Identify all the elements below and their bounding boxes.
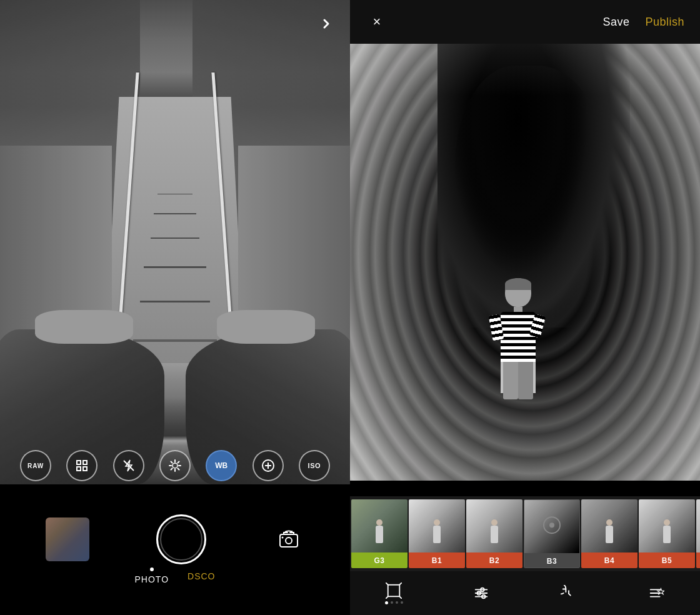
photo-mode-label[interactable]: PHOTO xyxy=(135,574,169,584)
svg-line-14 xyxy=(171,468,172,469)
filter-b4-scene xyxy=(581,499,638,552)
camera-panel: RAW xyxy=(0,0,350,615)
filter-b6-label: B6 xyxy=(696,552,700,568)
flash-off-button[interactable] xyxy=(113,450,144,481)
header-actions: Save Publish xyxy=(602,16,684,29)
white-balance-button[interactable]: WB xyxy=(206,450,237,481)
next-button[interactable] xyxy=(315,12,338,35)
adjust-icon xyxy=(473,585,489,601)
dot-2 xyxy=(391,601,393,604)
exposure-add-button[interactable] xyxy=(252,450,284,481)
svg-line-12 xyxy=(178,468,179,469)
photo-mode-indicator xyxy=(150,568,154,571)
adjust-tool-button[interactable] xyxy=(466,578,497,609)
filter-b4-child xyxy=(606,526,613,543)
filter-strip: G3 B1 B2 xyxy=(350,496,700,571)
editor-toolbar xyxy=(350,571,700,615)
svg-point-6 xyxy=(172,463,178,468)
svg-point-19 xyxy=(286,538,292,544)
camera-viewfinder: RAW xyxy=(0,0,350,484)
presets-icon xyxy=(648,585,664,601)
filter-b2-scene xyxy=(466,499,522,552)
svg-line-13 xyxy=(178,462,179,463)
camera-controls-bar: RAW xyxy=(0,447,350,484)
history-icon xyxy=(561,585,577,601)
mode-selector: PHOTO DSCO xyxy=(135,568,216,585)
frame-tool-button[interactable] xyxy=(378,578,409,609)
iso-button[interactable]: ISO xyxy=(299,450,330,481)
grid-toggle-button[interactable] xyxy=(66,450,98,481)
filter-b3[interactable]: B3 xyxy=(524,499,580,568)
shutter-button[interactable] xyxy=(156,514,206,564)
camera-scene xyxy=(0,0,350,484)
flash-off-icon xyxy=(122,459,136,472)
filter-b1-scene xyxy=(409,499,465,552)
filter-b5-child xyxy=(663,526,671,543)
filter-b3-label: B3 xyxy=(524,553,579,568)
filter-b6-thumb xyxy=(696,499,700,552)
editor-panel: × Save Publish xyxy=(350,0,700,615)
filter-b3-selected-indicator xyxy=(543,516,561,534)
dsco-mode-label[interactable]: DSCO xyxy=(188,571,215,581)
svg-rect-2 xyxy=(77,467,81,471)
filter-b6-bg xyxy=(696,499,700,552)
frame-dots-indicator xyxy=(385,601,403,604)
thumbnail-image xyxy=(46,518,89,561)
last-photo-thumbnail[interactable] xyxy=(46,518,89,561)
filter-g3-child xyxy=(376,526,383,543)
editor-header: × Save Publish xyxy=(350,0,700,44)
svg-line-33 xyxy=(569,594,571,596)
camera-bottom-controls: PHOTO DSCO xyxy=(0,484,350,615)
filter-b4-label: B4 xyxy=(581,552,638,568)
presets-tool-button[interactable] xyxy=(641,578,672,609)
save-button[interactable]: Save xyxy=(602,16,629,29)
dot-3 xyxy=(396,601,398,604)
exposure-add-icon xyxy=(261,459,275,472)
edited-photo xyxy=(350,44,700,481)
filter-b3-thumb xyxy=(524,500,579,553)
filter-b3-scene xyxy=(524,500,579,553)
brightness-icon xyxy=(168,459,182,472)
filter-g3-thumb xyxy=(351,499,408,552)
filter-g3[interactable]: G3 xyxy=(351,499,408,568)
flip-camera-button[interactable] xyxy=(273,524,304,555)
svg-rect-21 xyxy=(388,584,400,596)
filter-b6[interactable]: B6 xyxy=(696,499,700,568)
filter-b5-label: B5 xyxy=(639,552,695,568)
filter-b5[interactable]: B5 xyxy=(639,499,695,568)
svg-rect-3 xyxy=(83,467,87,471)
filter-g3-label: G3 xyxy=(351,552,408,568)
editor-image-area xyxy=(350,44,700,481)
brightness-button[interactable] xyxy=(159,450,191,481)
grid-icon xyxy=(75,459,89,472)
spacer xyxy=(350,481,700,496)
filter-b2-label: B2 xyxy=(466,552,522,568)
close-button[interactable]: × xyxy=(366,11,388,33)
filter-b1[interactable]: B1 xyxy=(409,499,465,568)
svg-line-24 xyxy=(386,596,388,599)
filter-b1-child xyxy=(433,526,441,543)
svg-rect-18 xyxy=(280,534,298,547)
shutter-row xyxy=(0,514,350,564)
history-tool-button[interactable] xyxy=(553,578,584,609)
filter-g3-scene xyxy=(351,499,408,552)
svg-line-11 xyxy=(171,462,172,463)
svg-rect-0 xyxy=(77,461,81,464)
publish-button[interactable]: Publish xyxy=(645,16,684,29)
svg-rect-1 xyxy=(83,461,87,464)
filter-b5-thumb xyxy=(639,499,695,552)
dot-4 xyxy=(401,601,403,604)
filter-b1-thumb xyxy=(409,499,465,552)
dot-1 xyxy=(385,601,388,604)
filter-b3-center-dot xyxy=(549,522,554,528)
filter-b6-scene xyxy=(696,499,700,552)
filter-b1-label: B1 xyxy=(409,552,465,568)
filter-b4[interactable]: B4 xyxy=(581,499,638,568)
frame-icon xyxy=(386,582,402,599)
filter-b2[interactable]: B2 xyxy=(466,499,522,568)
raw-button[interactable]: RAW xyxy=(20,450,51,481)
filter-scroll-container[interactable]: G3 B1 B2 xyxy=(350,496,700,571)
child-figure xyxy=(501,278,536,393)
svg-line-22 xyxy=(386,582,388,585)
filter-b4-thumb xyxy=(581,499,638,552)
